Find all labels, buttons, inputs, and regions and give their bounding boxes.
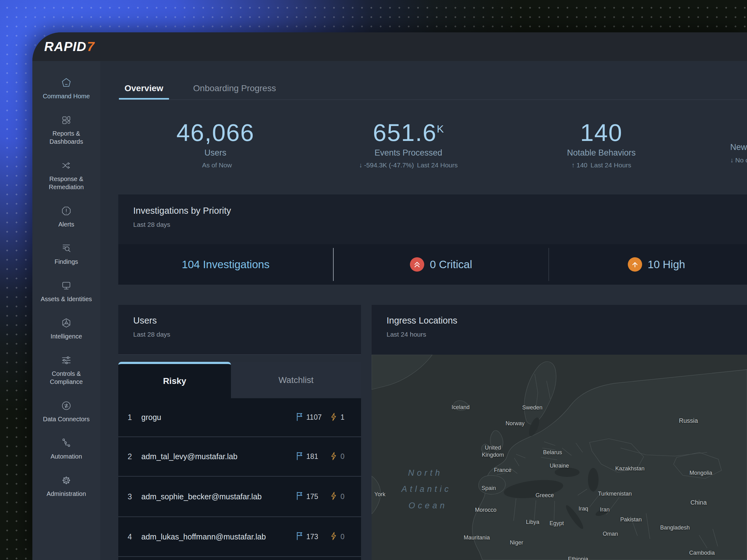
home-icon [61,77,72,89]
sliders-icon [61,355,72,367]
sidebar-item-assets-identities[interactable]: Assets & Identities [35,280,97,303]
map-country-label: North [408,469,443,476]
stat-partial-right-edge[interactable]: New ↓ No c [730,142,747,164]
sidebar-item-label: Administration [47,490,86,498]
sidebar-nav: Command Home Reports & Dashboards Respon… [32,61,100,560]
map-country-label: Mauritania [464,534,490,541]
map-country-label: Cambodia [689,549,715,556]
user-row[interactable]: 1 grogu 1107 1 [118,398,361,437]
sidebar-item-label: Automation [50,452,82,460]
user-row[interactable]: 3 adm_sophie_becker@mustafar.lab 175 0 [118,477,361,517]
sidebar-item-automation[interactable]: Automation [35,437,97,460]
sidebar-item-label: Alerts [58,220,74,229]
ingress-locations-panel: Ingress Locations Last 24 hours [371,305,747,560]
sidebar-item-command-home[interactable]: Command Home [35,77,97,100]
map-country-label: Egypt [550,519,564,527]
up-arrow-icon: ↑ [571,161,575,169]
map-country-label: Mongolia [689,470,712,477]
tab-risky[interactable]: Risky [118,362,231,398]
stat-value: 651.6K [312,114,505,147]
map-country-label: Niger [510,539,523,546]
map-country-label: Bangladesh [660,524,690,531]
map-country-label: Sweden [522,404,542,411]
dashboard-grid-icon [61,114,72,127]
sidebar-item-findings[interactable]: Findings [35,243,97,266]
map-country-label: Kazakhstan [615,465,645,472]
panel-subtitle: Last 28 days [133,331,361,338]
map-country-label: Turkmenistan [598,490,632,497]
logo-text: RAPID [44,39,86,54]
bolt-icon [330,532,340,542]
sidebar-item-data-connectors[interactable]: Data Connectors [35,400,97,423]
users-header: Users Last 28 days [118,305,361,355]
stat-sub: ↓ No c [730,157,747,164]
alert-octagon-icon [61,205,72,218]
sync-circle-icon [61,400,72,412]
map-country-label: Atlantic [402,486,452,493]
bolt-icon [330,491,340,502]
map-country-label: York [375,490,385,498]
tab-onboarding-progress[interactable]: Onboarding Progress [188,79,282,100]
sidebar-item-response-remediation[interactable]: Response & Remediation [35,160,97,191]
stat-sub: ↑ 140Last 24 Hours [505,161,698,169]
map-country-label: Iceland [452,403,470,411]
sidebar-item-label: Command Home [43,92,89,100]
tab-overview[interactable]: Overview [119,79,169,100]
map-country-label: United Kingdom [482,444,504,459]
sidebar-item-label: Data Connectors [43,415,89,423]
users-tabs: Risky Watchlist [118,362,361,398]
investigations-high[interactable]: 10 High [549,244,747,285]
stat-sub: As of Now [119,161,312,169]
investigations-total[interactable]: 104 Investigations [118,244,333,285]
map-country-label: Morocco [475,506,496,513]
stat-events-processed[interactable]: 651.6K Events Processed ↓ -594.3K (-47.7… [312,114,505,169]
risky-users-list: 1 grogu 1107 1 2 adm_tal_levy@mustafar.l… [118,398,361,560]
sidebar-item-reports-dashboards[interactable]: Reports & Dashboards [35,114,97,145]
stat-notable-behaviors[interactable]: 140 Notable Behaviors ↑ 140Last 24 Hours [505,114,698,169]
panel-title: Investigations by Priority [133,206,747,216]
page-tabs: Overview Onboarding Progress [119,79,747,100]
segment-divider [333,248,334,281]
stat-label: Events Processed [312,148,505,158]
map-country-label: Ukraine [550,462,569,470]
sidebar-item-label: Findings [54,258,78,266]
investigations-header: Investigations by Priority Last 28 days [118,194,747,244]
logo-seven: 7 [87,39,95,54]
investigations-critical[interactable]: 0 Critical [334,244,548,285]
shuffle-icon [61,160,72,172]
map-labels: IcelandSwedenNorwayRussiaUnited KingdomB… [371,355,747,560]
map-country-label: China [690,499,706,506]
sidebar-item-controls-compliance[interactable]: Controls & Compliance [35,355,97,386]
down-arrow-icon: ↓ [359,161,362,169]
app-window: RAPID7 Command Home Reports & Dashboards… [32,32,747,560]
map-country-label: Ethiopia [568,555,588,560]
bolt-icon [330,452,340,462]
stat-label: Notable Behaviors [505,148,698,158]
sidebar-item-intelligence[interactable]: Intelligence [35,317,97,340]
tab-watchlist[interactable]: Watchlist [231,362,361,398]
panel-subtitle: Last 28 days [133,221,747,229]
stat-value: 46,066 [119,114,312,147]
map-country-label: Oman [603,530,618,538]
map-country-label: Iran [600,506,610,513]
screen: RAPID7 Command Home Reports & Dashboards… [0,0,747,560]
user-row[interactable]: 2 adm_tal_levy@mustafar.lab 181 0 [118,437,361,477]
monitor-icon [61,280,72,292]
map-country-label: France [494,466,511,474]
segment-divider [548,248,549,281]
stat-value: 140 [505,114,698,147]
high-chevron-icon [628,257,642,272]
ingress-world-map[interactable]: IcelandSwedenNorwayRussiaUnited KingdomB… [371,355,747,560]
sidebar-item-label: Response & Remediation [35,175,97,191]
stat-label: Users [119,148,312,158]
sidebar-item-alerts[interactable]: Alerts [35,205,97,229]
flag-icon [296,451,306,462]
rapid7-logo[interactable]: RAPID7 [44,39,95,54]
investigations-panel: Investigations by Priority Last 28 days … [118,194,747,285]
sidebar-item-label: Assets & Identities [41,295,92,303]
sidebar-item-administration[interactable]: Administration [35,475,97,498]
user-row[interactable]: 4 adm_lukas_hoffmann@mustafar.lab 173 0 [118,517,361,557]
stat-users[interactable]: 46,066 Users As of Now [119,114,312,169]
stat-sub: ↓ -594.3K (-47.7%)Last 24 Hours [312,161,505,169]
sidebar-item-label: Controls & Compliance [35,370,97,386]
